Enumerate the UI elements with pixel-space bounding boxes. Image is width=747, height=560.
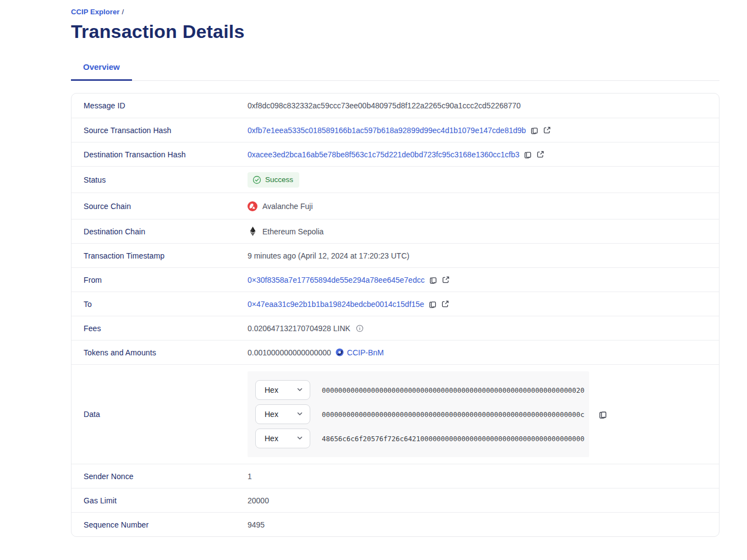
copy-icon[interactable] [429, 276, 437, 284]
ccip-bnm-token-icon [336, 348, 344, 356]
row-status: Status Success [72, 166, 719, 193]
status-label: Status [72, 175, 248, 184]
row-tokens-and-amounts: Tokens and Amounts 0.001000000000000000 … [72, 340, 719, 364]
data-format-select-value: Hex [265, 386, 278, 394]
data-hex-line-1: 0000000000000000000000000000000000000000… [322, 386, 584, 394]
breadcrumb: CCIP Explorer/ [71, 8, 719, 16]
sender-nonce-value: 1 [248, 472, 252, 481]
data-format-select[interactable]: Hex [255, 380, 310, 400]
row-sender-nonce: Sender Nonce 1 [72, 464, 719, 488]
row-dest-chain: Destination Chain Ethereum Sepolia [72, 219, 719, 243]
data-hex-line-3: 48656c6c6f20576f726c64210000000000000000… [322, 435, 584, 443]
data-hex-box: Hex 000000000000000000000000000000000000… [248, 371, 589, 457]
row-data: Data Hex 0000000000000000000000000000000… [72, 364, 719, 464]
source-chain-value: Avalanche Fuji [262, 202, 313, 211]
breadcrumb-separator: / [122, 8, 124, 16]
row-source-tx-hash: Source Transaction Hash 0xfb7e1eea5335c0… [72, 118, 719, 142]
to-label: To [72, 300, 248, 309]
fees-value: 0.020647132170704928 LINK [248, 324, 350, 333]
tokens-label: Tokens and Amounts [72, 348, 248, 357]
row-fees: Fees 0.020647132170704928 LINK [72, 316, 719, 340]
chevron-down-icon [296, 410, 303, 419]
data-hex-line-2: 0000000000000000000000000000000000000000… [322, 410, 584, 419]
dest-tx-hash-link[interactable]: 0xacee3ed2bca16ab5e78be8f563c1c75d221de0… [248, 150, 519, 159]
external-link-icon[interactable] [441, 300, 449, 308]
dest-chain-label: Destination Chain [72, 227, 248, 236]
avalanche-logo-icon [248, 201, 257, 211]
transaction-details-card: Message ID 0xf8dc098c832332ac59ccc73ee00… [71, 93, 719, 537]
check-circle-icon [252, 175, 261, 184]
to-address-link[interactable]: 0×47eaa31c9e2b1b1ba19824bedcbe0014c15df1… [248, 300, 424, 309]
row-dest-tx-hash: Destination Transaction Hash 0xacee3ed2b… [72, 142, 719, 166]
source-tx-hash-label: Source Transaction Hash [72, 126, 248, 135]
data-line: Hex 000000000000000000000000000000000000… [255, 380, 581, 400]
sender-nonce-label: Sender Nonce [72, 472, 248, 481]
data-format-select-value: Hex [265, 410, 278, 419]
data-line: Hex 000000000000000000000000000000000000… [255, 404, 581, 424]
gas-limit-label: Gas Limit [72, 496, 248, 505]
row-timestamp: Transaction Timestamp 9 minutes ago (Apr… [72, 243, 719, 267]
gas-limit-value: 20000 [248, 496, 269, 505]
fees-label: Fees [72, 324, 248, 333]
source-chain-label: Source Chain [72, 202, 248, 211]
sequence-number-value: 9495 [248, 520, 265, 529]
dest-tx-hash-label: Destination Transaction Hash [72, 150, 248, 159]
copy-icon[interactable] [530, 126, 539, 135]
copy-icon[interactable] [598, 410, 607, 419]
message-id-label: Message ID [72, 101, 248, 110]
chevron-down-icon [296, 386, 303, 394]
breadcrumb-ccip-explorer-link[interactable]: CCIP Explorer [71, 8, 119, 16]
source-tx-hash-link[interactable]: 0xfb7e1eea5335c018589166b1ac597b618a9289… [248, 126, 526, 135]
info-icon[interactable] [356, 325, 364, 332]
data-line: Hex 48656c6c6f20576f726c6421000000000000… [255, 429, 581, 448]
page-title: Transaction Details [71, 21, 719, 42]
row-source-chain: Source Chain Avalanche Fuji [72, 193, 719, 219]
row-sequence-number: Sequence Number 9495 [72, 512, 719, 536]
tab-bar: Overview [71, 57, 719, 81]
status-badge-text: Success [265, 175, 293, 184]
from-label: From [72, 276, 248, 284]
data-format-select[interactable]: Hex [255, 429, 310, 448]
data-format-select-value: Hex [265, 434, 278, 443]
row-message-id: Message ID 0xf8dc098c832332ac59ccc73ee00… [72, 94, 719, 118]
chevron-down-icon [296, 434, 303, 443]
status-badge: Success [248, 172, 299, 188]
copy-icon[interactable] [429, 300, 437, 309]
external-link-icon[interactable] [442, 276, 450, 284]
data-label: Data [72, 410, 248, 419]
transaction-details-page: CCIP Explorer/ Transaction Details Overv… [0, 0, 747, 537]
data-format-select[interactable]: Hex [255, 404, 310, 424]
token-amount-value: 0.001000000000000000 [248, 348, 331, 357]
timestamp-value: 9 minutes ago (April 12, 2024 at 17:20:2… [248, 251, 409, 260]
tab-overview[interactable]: Overview [71, 57, 132, 81]
external-link-icon[interactable] [536, 150, 545, 158]
ethereum-logo-icon [248, 227, 257, 236]
row-gas-limit: Gas Limit 20000 [72, 488, 719, 512]
timestamp-label: Transaction Timestamp [72, 251, 248, 260]
row-to: To 0×47eaa31c9e2b1b1ba19824bedcbe0014c15… [72, 292, 719, 316]
row-from: From 0×30f8358a7e17765894de55e294a78ee64… [72, 267, 719, 292]
sequence-number-label: Sequence Number [72, 520, 248, 529]
external-link-icon[interactable] [543, 126, 551, 134]
dest-chain-value: Ethereum Sepolia [262, 227, 323, 236]
message-id-value: 0xf8dc098c832332ac59ccc73ee00b480975d8f1… [248, 101, 521, 110]
from-address-link[interactable]: 0×30f8358a7e17765894de55e294a78ee645e7ed… [248, 276, 425, 284]
token-ccip-bnm-link[interactable]: CCIP-BnM [347, 348, 384, 357]
copy-icon[interactable] [524, 150, 532, 159]
